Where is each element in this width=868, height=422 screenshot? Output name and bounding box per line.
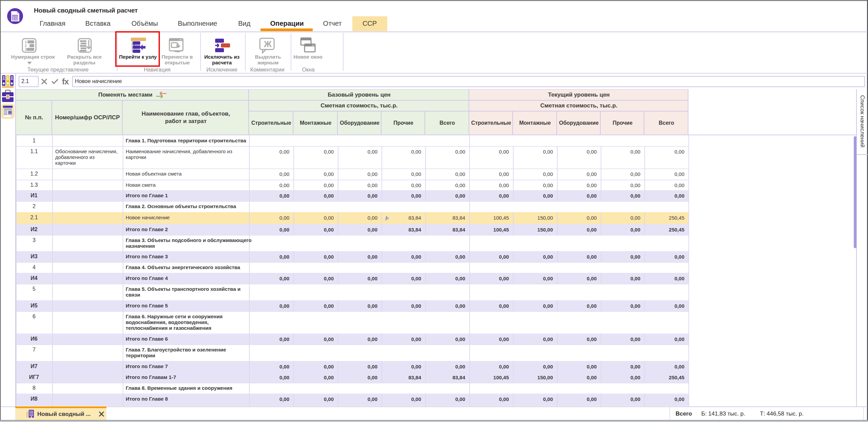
- svg-text:3: 3: [25, 47, 27, 52]
- svg-text:Ж: Ж: [264, 39, 272, 49]
